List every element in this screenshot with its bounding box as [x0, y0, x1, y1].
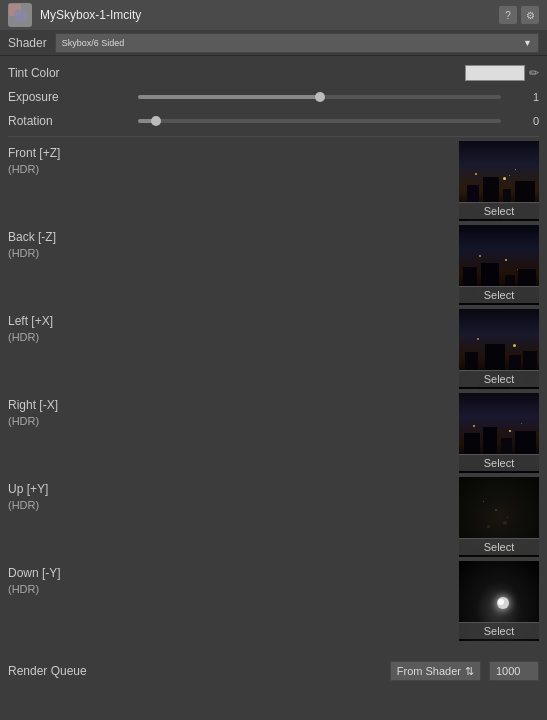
- render-queue-value[interactable]: 1000: [489, 661, 539, 681]
- texture-label-left: Left [+X] (HDR): [8, 309, 138, 345]
- texture-row-down: Down [-Y] (HDR) Select: [8, 561, 539, 641]
- texture-slot-up: Select: [459, 477, 539, 557]
- texture-name-back: Back [-Z]: [8, 229, 138, 246]
- texture-name-front: Front [+Z]: [8, 145, 138, 162]
- texture-name-up: Up [+Y]: [8, 481, 138, 498]
- settings-icon-btn[interactable]: ⚙: [521, 6, 539, 24]
- exposure-slider-track[interactable]: [138, 95, 501, 99]
- render-queue-row: Render Queue From Shader ⇅ 1000: [0, 655, 547, 687]
- texture-label-front: Front [+Z] (HDR): [8, 141, 138, 177]
- window-title: MySkybox-1-Imcity: [40, 8, 491, 22]
- shader-value: Skybox/6 Sided: [62, 38, 125, 48]
- texture-label-right: Right [-X] (HDR): [8, 393, 138, 429]
- render-queue-dropdown-value: From Shader: [397, 665, 461, 677]
- texture-slot-right: Select: [459, 393, 539, 473]
- rotation-slider-track[interactable]: [138, 119, 501, 123]
- texture-slot-left: Select: [459, 309, 539, 389]
- hdr-badge-down: (HDR): [8, 582, 138, 597]
- hdr-badge-left: (HDR): [8, 330, 138, 345]
- rotation-label: Rotation: [8, 114, 138, 128]
- exposure-label: Exposure: [8, 90, 138, 104]
- select-button-front[interactable]: Select: [459, 202, 539, 219]
- rotation-row: Rotation 0: [8, 110, 539, 132]
- rotation-slider-thumb[interactable]: [151, 116, 161, 126]
- separator-1: [8, 136, 539, 137]
- select-button-back[interactable]: Select: [459, 286, 539, 303]
- texture-row-front: Front [+Z] (HDR): [8, 141, 539, 221]
- select-button-right[interactable]: Select: [459, 454, 539, 471]
- rotation-value: 0: [509, 115, 539, 127]
- exposure-row: Exposure 1: [8, 86, 539, 108]
- title-icon-group: ? ⚙: [499, 6, 539, 24]
- texture-row-up: Up [+Y] (HDR) Select: [8, 477, 539, 557]
- shader-label: Shader: [8, 36, 47, 50]
- rotation-slider-container: 0: [138, 115, 539, 127]
- tint-color-value-area: ✏: [138, 65, 539, 81]
- edit-icon[interactable]: ✏: [529, 66, 539, 80]
- texture-slot-front: Select: [459, 141, 539, 221]
- hdr-badge-front: (HDR): [8, 162, 138, 177]
- texture-slot-down: Select: [459, 561, 539, 641]
- shader-row: Shader Skybox/6 Sided ▼: [0, 30, 547, 56]
- render-queue-label: Render Queue: [8, 664, 382, 678]
- tint-color-swatch[interactable]: [465, 65, 525, 81]
- exposure-slider-fill: [138, 95, 320, 99]
- dropdown-arrows: ⇅: [465, 665, 474, 678]
- tint-color-label: Tint Color: [8, 66, 138, 80]
- texture-row-left: Left [+X] (HDR) Select: [8, 309, 539, 389]
- shader-dropdown[interactable]: Skybox/6 Sided ▼: [55, 33, 539, 53]
- title-bar: MySkybox-1-Imcity ? ⚙: [0, 0, 547, 30]
- texture-row-back: Back [-Z] (HDR) Select: [8, 225, 539, 305]
- help-button[interactable]: ?: [499, 6, 517, 24]
- texture-row-right: Right [-X] (HDR) Select: [8, 393, 539, 473]
- texture-label-back: Back [-Z] (HDR): [8, 225, 138, 261]
- render-queue-dropdown[interactable]: From Shader ⇅: [390, 661, 481, 681]
- texture-label-down: Down [-Y] (HDR): [8, 561, 138, 597]
- hdr-badge-back: (HDR): [8, 246, 138, 261]
- exposure-value: 1: [509, 91, 539, 103]
- texture-label-up: Up [+Y] (HDR): [8, 477, 138, 513]
- texture-name-left: Left [+X]: [8, 313, 138, 330]
- exposure-slider-container: 1: [138, 91, 539, 103]
- hdr-badge-right: (HDR): [8, 414, 138, 429]
- exposure-slider-thumb[interactable]: [315, 92, 325, 102]
- select-button-down[interactable]: Select: [459, 622, 539, 639]
- tint-color-row: Tint Color ✏: [8, 62, 539, 84]
- svg-rect-1: [15, 10, 27, 22]
- texture-name-down: Down [-Y]: [8, 565, 138, 582]
- hdr-badge-up: (HDR): [8, 498, 138, 513]
- select-button-up[interactable]: Select: [459, 538, 539, 555]
- dropdown-arrow: ▼: [523, 38, 532, 48]
- texture-slot-back: Select: [459, 225, 539, 305]
- main-content: Tint Color ✏ Exposure 1 Rotation 0: [0, 56, 547, 651]
- select-button-left[interactable]: Select: [459, 370, 539, 387]
- texture-name-right: Right [-X]: [8, 397, 138, 414]
- material-icon: [8, 3, 32, 27]
